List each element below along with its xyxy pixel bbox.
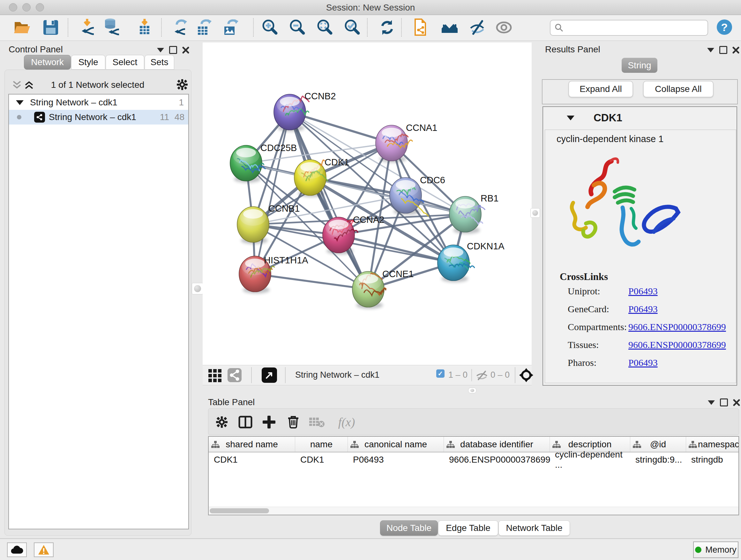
network-canvas[interactable]: CCNB2CCNA1CDC25BCDK1CDC6RB1CCNB1CCNA2CDK… <box>203 43 532 365</box>
create-column-plus-icon[interactable] <box>260 413 278 431</box>
crosslink-value-link[interactable]: 9606.ENSP00000378699 <box>628 321 726 332</box>
expand-all-button[interactable]: Expand All <box>568 81 633 98</box>
import-network-icon[interactable] <box>77 17 97 37</box>
tab-edge-table[interactable]: Edge Table <box>438 520 498 536</box>
column-header-namespace[interactable]: namespace <box>686 437 739 452</box>
network-edge-HIST1H1A-CCNE1[interactable] <box>255 274 368 289</box>
home-icon[interactable] <box>440 17 460 37</box>
table-cell[interactable]: cyclin-dependent ... <box>550 452 630 467</box>
memory-button[interactable]: Memory <box>693 542 738 558</box>
float-panel-icon[interactable] <box>720 398 728 407</box>
table-cell[interactable]: 9606.ENSP00000378699 <box>444 452 550 467</box>
crosslink-row: Compartments:9606.ENSP00000378699 <box>568 321 726 339</box>
scrollbar-thumb[interactable] <box>210 508 269 513</box>
column-label: @id <box>650 439 666 449</box>
network-node-HIST1H1A[interactable]: HIST1H1A <box>239 255 308 294</box>
gene-description: cyclin-dependent kinase 1 <box>556 134 664 144</box>
panel-menu-icon[interactable] <box>708 400 715 405</box>
float-panel-icon[interactable] <box>169 46 177 54</box>
network-node-CCNE1[interactable]: CCNE1 <box>352 269 414 309</box>
zoom-out-icon[interactable] <box>288 17 308 37</box>
column-type-icon <box>350 441 359 448</box>
cloud-icon <box>10 545 23 554</box>
crosslink-value-link[interactable]: 9606.ENSP00000378699 <box>628 339 726 350</box>
import-table-icon[interactable] <box>135 17 154 37</box>
fit-selected-crosshair-icon[interactable] <box>519 368 534 383</box>
warnings-button[interactable] <box>34 543 54 557</box>
table-cell[interactable]: stringdb <box>686 452 739 467</box>
float-panel-icon[interactable] <box>719 46 727 54</box>
search-input[interactable] <box>566 23 708 33</box>
show-panel-icon[interactable] <box>494 17 514 37</box>
network-tree-row-selected[interactable]: String Network – cdk1 11 48 <box>9 110 188 125</box>
save-session-icon[interactable] <box>41 17 61 37</box>
table-cell[interactable]: P06493 <box>348 452 444 467</box>
network-graph[interactable]: CCNB2CCNA1CDC25BCDK1CDC6RB1CCNB1CCNA2CDK… <box>203 43 532 365</box>
network-node-CDKN1A[interactable]: CDKN1A <box>437 241 504 282</box>
network-node-CCNB1[interactable]: CCNB1 <box>237 203 300 244</box>
right-splitter-handle[interactable] <box>530 208 540 218</box>
horizontal-scrollbar[interactable] <box>209 507 738 515</box>
column-header--id[interactable]: @id <box>630 437 686 452</box>
birds-eye-view-icon[interactable] <box>262 368 277 383</box>
delete-column-trash-icon[interactable] <box>284 413 302 431</box>
table-cell[interactable]: CDK1 <box>209 452 295 467</box>
column-header-shared-name[interactable]: shared name <box>209 437 295 452</box>
crosslink-value-link[interactable]: P06493 <box>628 304 658 314</box>
tab-network-table[interactable]: Network Table <box>498 520 570 536</box>
network-options-gear-icon[interactable] <box>176 78 188 91</box>
export-table-icon[interactable] <box>194 17 214 37</box>
tab-sets[interactable]: Sets <box>145 55 174 70</box>
column-type-icon <box>633 441 641 448</box>
table-cell[interactable]: CDK1 <box>295 452 348 467</box>
column-header-name[interactable]: name <box>295 437 348 452</box>
collapse-tree-icon[interactable] <box>16 100 23 105</box>
crosslink-value-link[interactable]: P06493 <box>628 286 658 297</box>
close-panel-icon[interactable] <box>733 399 740 406</box>
export-network-icon[interactable] <box>170 17 190 37</box>
table-settings-gear-icon[interactable] <box>213 413 231 431</box>
table-panel-window-controls <box>708 398 740 407</box>
node-label-RB1: RB1 <box>481 193 498 203</box>
panel-menu-icon[interactable] <box>707 48 714 52</box>
tab-node-table[interactable]: Node Table <box>380 520 438 536</box>
tab-string[interactable]: String <box>622 58 657 73</box>
export-image-icon[interactable] <box>221 17 241 37</box>
toolbar-separator <box>68 18 68 37</box>
tab-network[interactable]: Network <box>24 55 71 70</box>
show-columns-icon[interactable] <box>237 413 254 431</box>
column-label: database identifier <box>460 439 533 449</box>
import-string-file-icon[interactable] <box>410 17 430 37</box>
left-splitter-handle[interactable] <box>192 283 203 294</box>
grid-view-icon[interactable] <box>208 368 222 382</box>
share-view-icon[interactable] <box>227 368 242 382</box>
tab-style[interactable]: Style <box>71 55 105 70</box>
open-session-icon[interactable] <box>12 17 32 37</box>
help-icon[interactable]: ? <box>717 19 732 35</box>
gene-header-row[interactable]: CDK1 <box>542 107 737 130</box>
table-row[interactable]: CDK1CDK1P064939606.ENSP00000378699cyclin… <box>209 452 739 467</box>
network-tree-root-row[interactable]: String Network – cdk1 1 <box>9 95 188 110</box>
panel-menu-icon[interactable] <box>157 48 164 52</box>
collapse-all-button[interactable]: Collapse All <box>643 81 714 98</box>
collapse-gene-icon[interactable] <box>567 116 575 120</box>
close-panel-icon[interactable] <box>732 47 739 54</box>
search-field[interactable] <box>550 20 708 36</box>
bottom-splitter-handle[interactable] <box>468 388 476 393</box>
table-cell[interactable]: stringdb:9... <box>630 452 686 467</box>
network-node-CDC6[interactable]: CDC6 <box>390 175 445 216</box>
column-header-canonical-name[interactable]: canonical name <box>348 437 444 452</box>
refresh-icon[interactable] <box>377 17 397 37</box>
cloud-button[interactable] <box>7 543 27 557</box>
close-panel-icon[interactable] <box>182 47 189 54</box>
zoom-selected-icon[interactable] <box>343 17 362 37</box>
selected-indicator-checkbox[interactable]: ✓ <box>436 369 445 378</box>
zoom-in-icon[interactable] <box>260 17 280 37</box>
crosslink-value-link[interactable]: P06493 <box>628 357 658 368</box>
zoom-fit-icon[interactable] <box>315 17 335 37</box>
hide-results-panel-icon[interactable] <box>468 17 488 37</box>
tab-select[interactable]: Select <box>106 55 144 70</box>
import-network-from-database-icon[interactable] <box>102 17 122 37</box>
column-header-database-identifier[interactable]: database identifier <box>444 437 550 452</box>
network-node-RB1[interactable]: RB1 <box>449 193 498 234</box>
